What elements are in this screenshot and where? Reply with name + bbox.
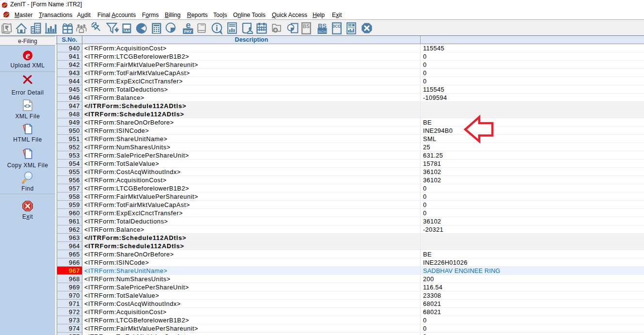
svg-text:<>: <> (24, 103, 31, 110)
svg-text:e: e (26, 50, 30, 61)
svg-text:SCH: SCH (318, 30, 327, 34)
svg-text:BS: BS (303, 24, 310, 29)
svg-text:3CD: 3CD (332, 24, 342, 29)
svg-text:₹: ₹ (5, 25, 9, 32)
svg-text:TAX: TAX (123, 29, 130, 33)
svg-text:PAY: PAY (184, 29, 192, 34)
